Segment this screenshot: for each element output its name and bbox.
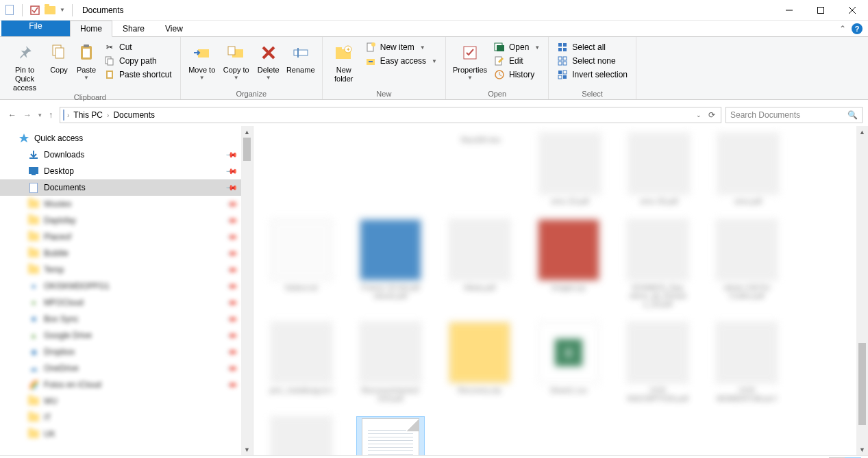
copy-path-button[interactable]: Copy path	[100, 55, 176, 67]
tab-file[interactable]: File	[1, 21, 70, 36]
ribbon-group-organize: Move to ▼ Copy to ▼ Delete ▼ Rename Orga…	[181, 37, 323, 99]
open-button[interactable]: Open▼	[490, 41, 544, 53]
qat-dropdown-icon[interactable]: ▼	[60, 7, 65, 13]
paste-shortcut-button[interactable]: Paste shortcut	[100, 68, 176, 81]
help-icon[interactable]: ?	[852, 23, 863, 34]
breadcrumb-documents[interactable]: Documents	[112, 110, 156, 120]
tree-item-hidden[interactable]: Placeof📌	[0, 229, 253, 245]
file-item[interactable]: France 16 full pdf ebook.pdf	[356, 219, 425, 308]
paste-icon	[77, 41, 95, 64]
search-icon: 🔍	[847, 110, 858, 120]
tree-documents[interactable]: Documents 📌	[0, 179, 253, 196]
back-button[interactable]: ←	[8, 110, 16, 120]
tab-home[interactable]: Home	[70, 21, 112, 37]
tree-item-hidden[interactable]: Daylofay📌	[0, 212, 253, 229]
file-item[interactable]: emo.pdf	[714, 133, 782, 205]
group-label-open: Open	[446, 90, 548, 99]
tree-item-hidden[interactable]: Bublile📌	[0, 245, 253, 262]
file-item[interactable]: XSheet1.csv	[534, 322, 603, 403]
star-icon	[18, 132, 30, 144]
maximize-button[interactable]	[805, 0, 836, 21]
select-all-button[interactable]: Select all	[553, 41, 632, 53]
tab-share[interactable]: Share	[112, 21, 155, 36]
refresh-button[interactable]: ⟳	[708, 110, 715, 120]
svg-point-21	[371, 42, 375, 47]
file-item[interactable]: emo 23.pdf	[536, 133, 604, 205]
edit-button[interactable]: Edit	[490, 55, 544, 67]
tree-item-hidden[interactable]: ●MFOCloud📌	[0, 294, 253, 311]
tree-item-hidden[interactable]: ■Box Sync📌	[0, 311, 253, 327]
new-item-button[interactable]: New item▼	[361, 41, 441, 53]
search-box[interactable]: Search Documents 🔍	[726, 107, 863, 123]
tree-desktop[interactable]: Desktop 📌	[0, 163, 253, 179]
file-item[interactable]: Racd30 doc	[447, 133, 515, 205]
chevron-down-icon: ▼	[534, 44, 540, 51]
tree-item-hidden[interactable]: ▲Google Drive📌	[0, 327, 253, 344]
tree-item-hidden[interactable]: 🌈Fotos en iCloud📌	[0, 377, 253, 393]
file-item[interactable]: KOSMOS_Dep nitros_de_Extrad s_20.pdf	[623, 219, 692, 308]
properties-button[interactable]: Properties ▼	[450, 40, 490, 81]
move-to-button[interactable]: Move to ▼	[185, 40, 219, 81]
tree-item-hidden[interactable]: ●OKISKMDOPFG1📌	[0, 278, 253, 294]
scroll-up-icon[interactable]: ▲	[241, 126, 253, 138]
invert-selection-button[interactable]: Invert selection	[553, 68, 632, 81]
rename-button[interactable]: Rename	[284, 40, 318, 75]
tree-item-hidden[interactable]: Wuotex📌	[0, 196, 253, 212]
breadcrumb-this-pc[interactable]: This PC	[72, 110, 104, 120]
collapse-ribbon-icon[interactable]: ⌃	[839, 24, 846, 34]
file-item[interactable]: Hilota.pdf	[445, 219, 514, 308]
scroll-up-icon[interactable]: ▲	[856, 126, 868, 138]
scroll-down-icon[interactable]: ▼	[856, 444, 868, 455]
file-item[interactable]: folders.txt	[267, 219, 336, 308]
properties-qat-icon[interactable]	[29, 5, 40, 16]
svg-text:X: X	[565, 346, 573, 360]
tree-item-hidden[interactable]: UK	[0, 426, 253, 442]
tree-item-hidden[interactable]: Temp📌	[0, 262, 253, 278]
tab-view[interactable]: View	[155, 21, 193, 36]
address-dropdown-icon[interactable]: ⌄	[696, 112, 702, 118]
tree-item-hidden[interactable]: ☁OneDrive📌	[0, 360, 253, 377]
file-item[interactable]: VCR.pdf	[267, 416, 336, 455]
minimize-button[interactable]	[773, 0, 805, 21]
select-none-button[interactable]: Select none	[553, 55, 632, 67]
folder-qat-icon[interactable]	[45, 5, 55, 16]
scroll-down-icon[interactable]: ▼	[241, 444, 253, 455]
paste-button[interactable]: Paste ▼	[73, 40, 100, 81]
pin-to-quick-access-button[interactable]: Pin to Quick access	[4, 40, 45, 93]
file-item-selected[interactable]: Sheet1.txt	[356, 416, 425, 455]
content-scrollbar[interactable]: ▲ ▼	[856, 126, 868, 455]
file-item[interactable]: VCR MOMENTUM.pd f	[712, 322, 781, 403]
forward-button[interactable]: →	[23, 110, 32, 120]
svg-rect-33	[563, 57, 567, 60]
file-item[interactable]: pmr_metallurgy.tx t	[267, 322, 336, 403]
new-folder-button[interactable]: ✦ New folder	[327, 40, 361, 84]
file-item[interactable]: Reconocimiento2 019.pdf	[356, 322, 425, 403]
up-button[interactable]: ↑	[49, 110, 53, 120]
file-item[interactable]: Recovery.zip	[445, 322, 514, 403]
close-button[interactable]	[836, 0, 868, 21]
tree-item-hidden[interactable]: ◆Dropbox📌	[0, 344, 253, 360]
file-list[interactable]: Racd30 doc emo 23.pdf emo 29.pdf emo.pdf…	[253, 126, 868, 455]
easy-access-button[interactable]: Easy access▼	[361, 55, 441, 67]
cut-button[interactable]: ✂Cut	[100, 41, 176, 53]
address-bar[interactable]: › This PC › Documents ⌄ ⟳	[60, 107, 721, 123]
tree-downloads[interactable]: Downloads 📌	[0, 147, 253, 163]
scissors-icon: ✂	[104, 42, 115, 53]
history-button[interactable]: History	[490, 68, 544, 81]
file-item[interactable]: emo 29.pdf	[625, 133, 693, 205]
file-item[interactable]: oferta V.M Pzi Codho.pdf	[712, 219, 781, 308]
recent-locations-button[interactable]: ▾	[38, 112, 42, 118]
delete-button[interactable]: Delete ▼	[253, 40, 284, 81]
tree-quick-access[interactable]: Quick access	[0, 130, 253, 147]
tree-scrollbar[interactable]: ▲ ▼	[241, 126, 253, 455]
scroll-thumb[interactable]	[858, 343, 866, 425]
tree-item-hidden[interactable]: WU	[0, 393, 253, 409]
svg-text:✦: ✦	[345, 47, 350, 53]
file-item[interactable]: imagex.py	[534, 219, 603, 308]
scroll-thumb[interactable]	[243, 138, 251, 161]
file-item[interactable]: VCR INSCRIPTION.pdf	[623, 322, 692, 403]
copy-button[interactable]: Copy	[45, 40, 73, 75]
copy-to-button[interactable]: Copy to ▼	[219, 40, 253, 81]
tree-item-hidden[interactable]: IT	[0, 409, 253, 426]
svg-rect-40	[29, 157, 38, 159]
